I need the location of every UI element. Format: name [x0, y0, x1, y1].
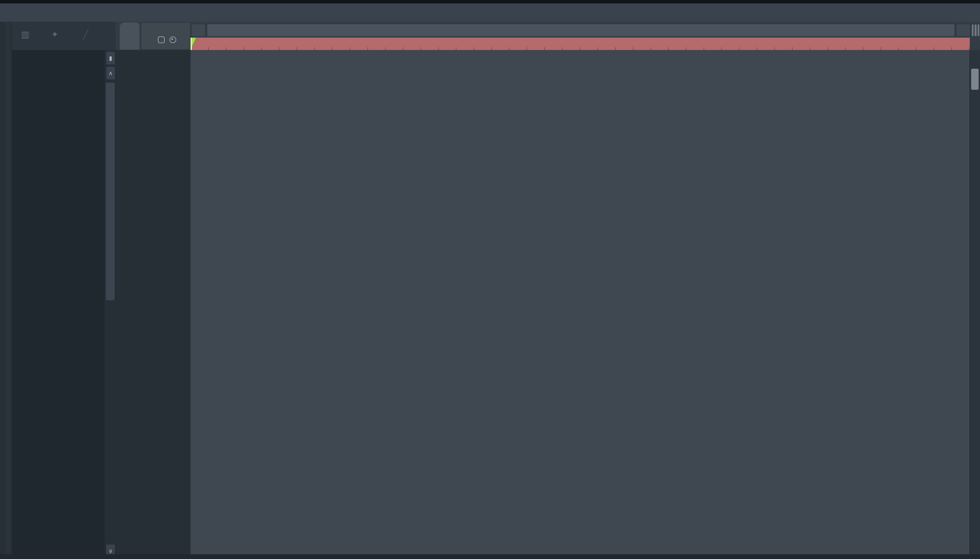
picker-scrollbar[interactable]: ▮ ∧ ∨	[104, 50, 116, 559]
scroll-right-button[interactable]	[956, 24, 970, 37]
arrangement-minimap[interactable]	[207, 24, 955, 37]
slide-toggle[interactable]	[169, 36, 176, 43]
main-toolbar	[0, 3, 980, 22]
track-headers	[116, 50, 191, 559]
breadcrumb	[15, 7, 50, 18]
step-toggle[interactable]	[158, 36, 165, 43]
picker-sparkle-icon[interactable]: ✦	[51, 29, 58, 40]
picker-list-icon[interactable]: ▥	[21, 29, 30, 40]
sidebar-toolbar: ▥ ✦ ╱	[0, 22, 116, 50]
sample-picker	[12, 50, 104, 559]
window-edge	[0, 0, 980, 3]
picker-scroll-handle[interactable]	[106, 83, 115, 300]
playlist-content	[116, 50, 980, 559]
picker-slope-icon[interactable]: ╱	[83, 29, 88, 40]
add-arrangement-tab[interactable]	[120, 22, 139, 50]
timeline-ruler[interactable]	[191, 37, 970, 50]
playlist-toolbar	[116, 22, 980, 50]
track-list-icon[interactable]	[972, 25, 979, 36]
clip-grid[interactable]	[191, 50, 970, 559]
playhead-marker[interactable]	[191, 38, 196, 49]
edit-mode-panel	[141, 22, 191, 50]
picker-handle-icon[interactable]: ▮	[106, 51, 115, 65]
speaker-icon	[15, 7, 31, 18]
picker-scroll-up-icon[interactable]: ∧	[106, 66, 115, 80]
left-rail-2	[5, 22, 12, 559]
vscroll-handle[interactable]	[971, 69, 978, 90]
vertical-scrollbar[interactable]	[970, 50, 980, 559]
horizontal-scrollbar[interactable]	[0, 554, 980, 559]
scroll-left-button[interactable]	[191, 24, 206, 37]
fl-studio-playlist-window: ▥ ✦ ╱ ▮	[0, 0, 980, 559]
left-rail	[0, 22, 6, 559]
